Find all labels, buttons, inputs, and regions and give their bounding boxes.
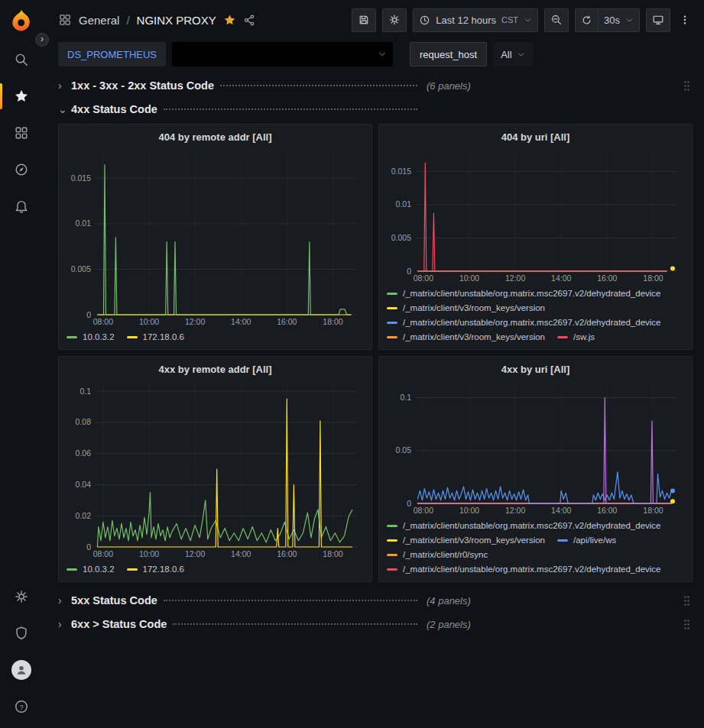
svg-text:0.05: 0.05 xyxy=(396,445,412,455)
sidebar-item-starred[interactable] xyxy=(0,78,43,115)
kebab-menu-button[interactable] xyxy=(676,8,693,32)
row-drag-handle[interactable] xyxy=(683,595,690,607)
svg-text:12:00: 12:00 xyxy=(505,273,525,283)
sidebar-item-server-admin[interactable] xyxy=(0,615,43,652)
row-panel-count: (2 panels) xyxy=(427,619,471,630)
panel-title[interactable]: 4xx by uri [All] xyxy=(387,361,684,379)
datasource-variable-label[interactable]: DS_PROMETHEUS xyxy=(58,42,166,66)
legend-item[interactable]: /sw.js xyxy=(557,330,595,344)
sidebar-item-alerting[interactable] xyxy=(0,188,43,225)
panel-title[interactable]: 4xx by remote addr [All] xyxy=(67,361,364,379)
svg-text:0.08: 0.08 xyxy=(76,417,92,426)
bell-icon xyxy=(14,199,29,214)
row-5xx-status-code[interactable]: › 5xx Status Code (4 panels) xyxy=(58,590,693,611)
svg-text:?: ? xyxy=(19,704,23,711)
svg-text:0: 0 xyxy=(86,542,91,552)
svg-text:0.01: 0.01 xyxy=(396,199,412,209)
row-1xx-3xx-2xx-status-code[interactable]: › 1xx - 3xx - 2xx Status Code (6 panels) xyxy=(58,75,693,96)
legend-item[interactable]: /_matrix/client/unstable/org.matrix.msc2… xyxy=(387,562,661,576)
svg-text:0: 0 xyxy=(407,499,411,508)
svg-text:10:00: 10:00 xyxy=(459,273,479,283)
sidebar-item-explore[interactable] xyxy=(0,151,43,188)
refresh-button[interactable] xyxy=(575,8,599,32)
dashboards-icon xyxy=(14,125,29,141)
save-icon xyxy=(358,14,370,26)
panel-title[interactable]: 404 by uri [All] xyxy=(387,128,684,147)
row-drag-handle[interactable] xyxy=(683,80,690,92)
refresh-interval-value: 30s xyxy=(604,15,620,26)
svg-text:0.1: 0.1 xyxy=(400,393,411,402)
dashboard-variables-bar: DS_PROMETHEUS request_host All xyxy=(43,40,704,69)
share-icon[interactable] xyxy=(243,14,256,27)
refresh-interval-dropdown[interactable]: 30s xyxy=(599,8,640,32)
row-6xx-status-code[interactable]: › 6xx > Status Code (2 panels) xyxy=(58,613,693,635)
favorite-star-icon[interactable] xyxy=(223,14,236,27)
legend-item[interactable]: /_matrix/client/v3/room_keys/version xyxy=(387,533,545,547)
svg-text:0.015: 0.015 xyxy=(71,173,91,183)
svg-text:18:00: 18:00 xyxy=(643,506,663,515)
svg-text:08:00: 08:00 xyxy=(414,273,433,283)
legend-item[interactable]: 172.18.0.6 xyxy=(127,330,184,344)
panel-4xx-by-remote-addr: 4xx by remote addr [All] 00.020.040.060.… xyxy=(58,356,372,582)
legend-item[interactable]: /_matrix/client/unstable/org.matrix.msc2… xyxy=(387,519,661,532)
dotted-leader xyxy=(173,623,417,625)
sidebar-item-configuration[interactable] xyxy=(0,578,43,615)
row-4xx-status-code[interactable]: ⌄ 4xx Status Code xyxy=(58,99,693,120)
chart[interactable]: 00.020.040.060.080.108:0010:0012:0014:00… xyxy=(67,379,364,560)
chart[interactable]: 00.0050.010.01508:0010:0012:0014:0016:00… xyxy=(67,147,364,328)
legend-item[interactable]: /_matrix/client/r0/sync xyxy=(387,548,488,561)
breadcrumb-dashboard-title[interactable]: NGINX PROXY xyxy=(137,14,216,27)
clock-icon xyxy=(419,15,430,26)
legend: 10.0.3.2172.18.0.6 xyxy=(67,560,364,576)
svg-text:0.1: 0.1 xyxy=(79,387,91,396)
svg-text:08:00: 08:00 xyxy=(414,506,433,515)
row-drag-handle[interactable] xyxy=(683,619,690,630)
legend-item[interactable]: /_matrix/client/v3/room_keys/version xyxy=(387,330,545,344)
avatar xyxy=(11,660,31,680)
help-icon: ? xyxy=(14,699,29,714)
row-title: 4xx Status Code xyxy=(71,103,157,115)
sidebar-item-dashboards[interactable] xyxy=(0,115,43,151)
legend-item[interactable]: 10.0.3.2 xyxy=(67,562,115,576)
time-range-label: Last 12 hours xyxy=(436,15,496,26)
legend-item[interactable]: /api/live/ws xyxy=(557,533,616,547)
svg-text:12:00: 12:00 xyxy=(185,317,205,326)
star-icon xyxy=(14,89,29,104)
request-host-variable-label[interactable]: request_host xyxy=(410,42,487,66)
zoom-out-button[interactable] xyxy=(544,8,569,32)
search-icon xyxy=(14,52,29,67)
datasource-variable-value[interactable] xyxy=(172,42,393,66)
chart[interactable]: 00.050.108:0010:0012:0014:0016:0018:00 xyxy=(387,379,684,516)
kebab-icon xyxy=(679,14,691,26)
svg-text:0.015: 0.015 xyxy=(391,167,411,176)
dashboard-content: › 1xx - 3xx - 2xx Status Code (6 panels)… xyxy=(43,69,704,728)
legend-item[interactable]: /_matrix/client/v3/room_keys/version xyxy=(387,301,545,315)
legend-item[interactable]: /_matrix/client/unstable/org.matrix.msc2… xyxy=(387,315,661,329)
chart[interactable]: 00.0050.010.01508:0010:0012:0014:0016:00… xyxy=(387,147,684,284)
save-dashboard-button[interactable] xyxy=(352,8,376,32)
svg-text:18:00: 18:00 xyxy=(323,317,342,326)
cycle-view-button[interactable] xyxy=(646,8,670,32)
zoom-out-icon xyxy=(550,14,563,26)
legend-item[interactable]: /_matrix/client/unstable/org.matrix.msc2… xyxy=(387,286,661,300)
sidebar-item-help[interactable]: ? xyxy=(0,688,43,725)
legend-item[interactable]: 10.0.3.2 xyxy=(67,330,115,344)
sidebar-expand-button[interactable]: › xyxy=(35,33,49,47)
sidebar-item-profile[interactable] xyxy=(0,652,43,688)
header-controls: Last 12 hours CST 30s xyxy=(352,8,693,32)
monitor-icon xyxy=(652,14,664,26)
dashboard-settings-button[interactable] xyxy=(382,8,407,32)
svg-text:08:00: 08:00 xyxy=(93,317,113,326)
panel-title[interactable]: 404 by remote addr [All] xyxy=(67,128,364,147)
row-panel-count: (6 panels) xyxy=(427,80,471,92)
grafana-logo[interactable] xyxy=(8,8,34,34)
sidebar-item-search[interactable] xyxy=(0,41,43,78)
time-range-picker[interactable]: Last 12 hours CST xyxy=(413,8,538,32)
svg-text:14:00: 14:00 xyxy=(231,549,251,558)
request-host-variable-value[interactable]: All xyxy=(493,42,532,66)
breadcrumb-section[interactable]: General xyxy=(79,14,119,27)
svg-text:14:00: 14:00 xyxy=(231,317,251,326)
legend-item[interactable]: 172.18.0.6 xyxy=(127,562,184,576)
panel-4xx-by-uri: 4xx by uri [All] 00.050.108:0010:0012:00… xyxy=(378,356,693,582)
row-panel-count: (4 panels) xyxy=(427,595,471,607)
